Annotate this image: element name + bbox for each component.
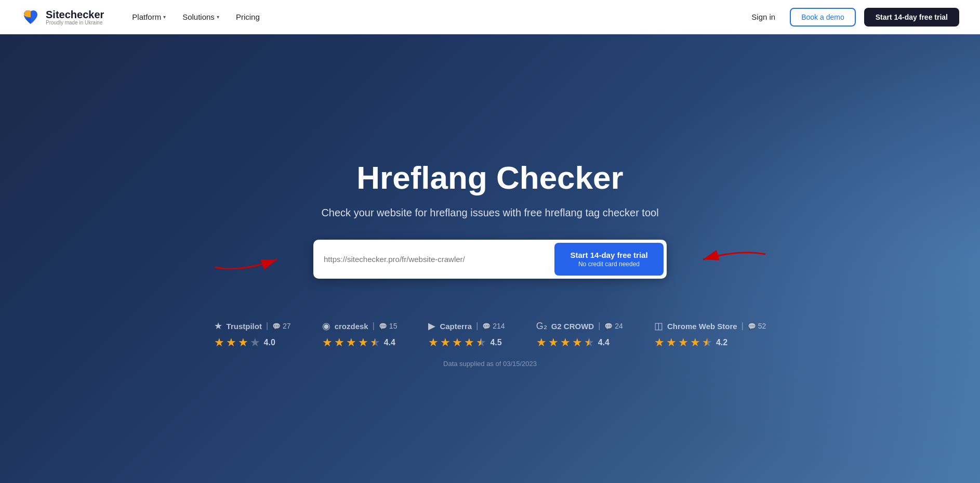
data-supplied-label: Data supplied as of 03/15/2023 — [443, 360, 537, 368]
rating-divider-4: | — [741, 321, 744, 331]
hero-content: Hreflang Checker Check your website for … — [313, 160, 667, 279]
rating-divider-3: | — [598, 321, 600, 331]
hero-title: Hreflang Checker — [313, 160, 667, 195]
rating-stars-4: ★★★★★ 4.2 — [654, 336, 727, 349]
nav-platform[interactable]: Platform ▾ — [125, 8, 173, 25]
rating-logo-icon-0: ★ — [214, 320, 222, 332]
rating-value-1: 4.4 — [384, 338, 395, 347]
start-trial-nav-button[interactable]: Start 14-day free trial — [864, 8, 959, 27]
rating-item-3: G₂ G2 CROWD | 💬 24 ★★★★★ 4.4 — [536, 320, 623, 349]
nav-platform-label: Platform — [132, 12, 161, 21]
rating-item-4: ◫ Chrome Web Store | 💬 52 ★★★★★ 4.2 — [654, 320, 766, 349]
rating-header-3: G₂ G2 CROWD | 💬 24 — [536, 320, 623, 332]
star-empty: ★ — [250, 336, 260, 349]
star-full: ★ — [322, 336, 333, 349]
rating-count-0: 💬 27 — [272, 322, 291, 330]
comment-icon-4: 💬 — [748, 322, 756, 330]
comment-icon-2: 💬 — [482, 322, 491, 330]
rating-count-2: 💬 214 — [482, 322, 505, 330]
rating-stars-2: ★★★★★ 4.5 — [428, 336, 501, 349]
star-full: ★ — [428, 336, 439, 349]
left-arrow-icon — [209, 244, 293, 275]
brand-logo-link[interactable]: Sitechecker Proudly made in Ukraine — [21, 7, 104, 27]
book-demo-button[interactable]: Book a demo — [790, 8, 856, 27]
nav-links: Platform ▾ Solutions ▾ Pricing — [125, 8, 745, 25]
brand-logo-icon — [21, 7, 41, 27]
star-full: ★ — [358, 336, 368, 349]
comment-icon-0: 💬 — [272, 322, 281, 330]
star-half: ★ — [584, 336, 594, 349]
ratings-section: ★ Trustpilot | 💬 27 ★★★★ 4.0 ◉ crozdesk … — [214, 320, 766, 349]
rating-divider-2: | — [476, 321, 478, 331]
rating-header-0: ★ Trustpilot | 💬 27 — [214, 320, 291, 332]
rating-count-4: 💬 52 — [748, 322, 766, 330]
rating-count-1: 💬 15 — [379, 322, 398, 330]
search-area: Start 14-day free trial No credit card n… — [313, 240, 667, 279]
rating-stars-3: ★★★★★ 4.4 — [536, 336, 610, 349]
star-full: ★ — [334, 336, 345, 349]
platform-chevron-icon: ▾ — [163, 14, 166, 20]
brand-tagline: Proudly made in Ukraine — [46, 20, 104, 25]
star-half: ★ — [370, 336, 380, 349]
rating-name-3: G2 CROWD — [551, 322, 594, 331]
hero-subtitle: Check your website for hreflang issues w… — [313, 207, 667, 219]
star-full: ★ — [572, 336, 582, 349]
star-full: ★ — [678, 336, 688, 349]
rating-value-3: 4.4 — [598, 338, 610, 347]
hero-section: Hreflang Checker Check your website for … — [0, 34, 980, 483]
solutions-chevron-icon: ▾ — [217, 14, 219, 20]
signin-button[interactable]: Sign in — [745, 8, 782, 25]
rating-logo-icon-3: G₂ — [536, 320, 547, 332]
comment-icon-3: 💬 — [604, 322, 613, 330]
search-box: Start 14-day free trial No credit card n… — [313, 240, 667, 279]
nav-pricing[interactable]: Pricing — [229, 8, 267, 25]
start-trial-hero-button[interactable]: Start 14-day free trial No credit card n… — [554, 243, 664, 276]
rating-name-4: Chrome Web Store — [667, 322, 737, 331]
trial-cta-sub: No credit card needed — [569, 260, 649, 269]
right-arrow-icon — [687, 244, 771, 275]
star-full: ★ — [226, 336, 236, 349]
rating-divider-0: | — [266, 321, 268, 331]
trial-cta-label: Start 14-day free trial — [570, 251, 647, 259]
star-full: ★ — [548, 336, 559, 349]
star-full: ★ — [560, 336, 571, 349]
rating-value-0: 4.0 — [264, 338, 275, 347]
rating-name-0: Trustpilot — [227, 322, 262, 331]
star-full: ★ — [654, 336, 665, 349]
comment-icon-1: 💬 — [379, 322, 387, 330]
rating-item-2: ▶ Capterra | 💬 214 ★★★★★ 4.5 — [428, 320, 505, 349]
star-full: ★ — [238, 336, 248, 349]
rating-item-1: ◉ crozdesk | 💬 15 ★★★★★ 4.4 — [322, 320, 398, 349]
rating-logo-icon-1: ◉ — [322, 320, 330, 332]
rating-count-3: 💬 24 — [604, 322, 623, 330]
rating-stars-1: ★★★★★ 4.4 — [322, 336, 395, 349]
rating-item-0: ★ Trustpilot | 💬 27 ★★★★ 4.0 — [214, 320, 291, 349]
star-half: ★ — [476, 336, 486, 349]
navbar: Sitechecker Proudly made in Ukraine Plat… — [0, 0, 980, 34]
rating-header-2: ▶ Capterra | 💬 214 — [428, 320, 505, 332]
rating-name-1: crozdesk — [335, 322, 368, 331]
rating-logo-icon-2: ▶ — [428, 320, 435, 332]
star-full: ★ — [346, 336, 356, 349]
brand-text: Sitechecker Proudly made in Ukraine — [46, 9, 104, 25]
nav-pricing-label: Pricing — [236, 12, 260, 21]
brand-name: Sitechecker — [46, 9, 104, 20]
star-full: ★ — [666, 336, 677, 349]
rating-header-4: ◫ Chrome Web Store | 💬 52 — [654, 320, 766, 332]
nav-actions: Sign in Book a demo Start 14-day free tr… — [745, 8, 959, 27]
rating-value-2: 4.5 — [490, 338, 501, 347]
star-half: ★ — [702, 336, 712, 349]
nav-solutions-label: Solutions — [182, 12, 215, 21]
star-full: ★ — [690, 336, 700, 349]
rating-value-4: 4.2 — [716, 338, 727, 347]
star-full: ★ — [464, 336, 474, 349]
nav-solutions[interactable]: Solutions ▾ — [175, 8, 227, 25]
star-full: ★ — [440, 336, 451, 349]
star-full: ★ — [536, 336, 547, 349]
rating-stars-0: ★★★★ 4.0 — [214, 336, 275, 349]
rating-logo-icon-4: ◫ — [654, 320, 663, 332]
rating-header-1: ◉ crozdesk | 💬 15 — [322, 320, 398, 332]
star-full: ★ — [214, 336, 224, 349]
rating-divider-1: | — [373, 321, 375, 331]
url-input[interactable] — [324, 250, 554, 269]
